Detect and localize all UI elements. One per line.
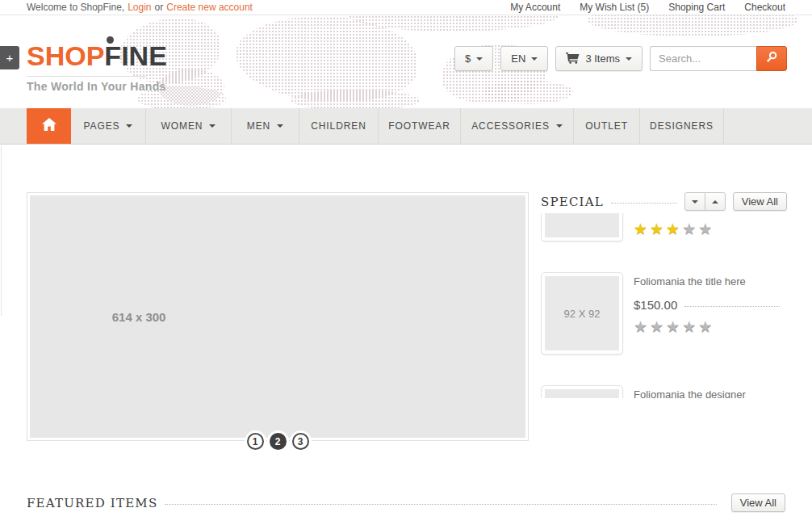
chevron-down-icon (126, 124, 132, 128)
product-title[interactable]: Foliomania the designer (634, 388, 787, 398)
nav-item-accessories[interactable]: ACCESSORIES (461, 108, 574, 144)
star-empty-icon: ★ (682, 220, 698, 237)
cart-items-label: 3 Items (585, 52, 620, 65)
top-menu-wish-list[interactable]: My Wish List (5) (580, 2, 649, 13)
nav-item-outlet[interactable]: OUTLET (574, 108, 640, 144)
logo[interactable]: SHOPFINE The World In Your Hands (27, 42, 167, 93)
top-menu: My Account My Wish List (5) Shoping Cart… (510, 2, 785, 13)
slider-page-1[interactable]: 1 (247, 433, 264, 450)
rating-stars: ★★★★★ (634, 221, 787, 237)
logo-tagline: The World In Your Hands (27, 80, 167, 93)
cart-icon (566, 52, 580, 66)
nav-item-label: PAGES (84, 120, 120, 132)
login-link[interactable]: Login (128, 2, 151, 13)
star-empty-icon: ★ (698, 220, 714, 237)
star-empty-icon: ★ (650, 318, 666, 335)
product-price: $150.00 (634, 298, 677, 312)
product-image[interactable] (541, 385, 623, 398)
product-meta: Foliomania the title here $150.00 ★★★★★ (634, 272, 787, 355)
nav-item-label: CHILDREN (311, 120, 366, 132)
special-product-item: Foliomania the designer (541, 385, 787, 398)
chevron-down-icon (277, 124, 283, 128)
nav-item-footwear[interactable]: FOOTWEAR (379, 108, 461, 144)
side-panel-toggle-button[interactable]: + (0, 46, 19, 69)
nav-item-pages[interactable]: PAGES (71, 108, 146, 144)
star-empty-icon: ★ (682, 318, 698, 335)
create-account-link[interactable]: Create new account (166, 2, 253, 13)
special-title: SPECIAL (541, 195, 604, 209)
star-empty-icon: ★ (634, 318, 650, 335)
main-navigation: PAGES WOMEN MEN CHILDREN FOOTWEAR ACCESS… (0, 108, 812, 145)
scroll-up-button[interactable] (705, 192, 726, 211)
featured-items-title: FEATURED ITEMS (27, 496, 157, 510)
product-price-row: $150.00 (634, 298, 787, 312)
top-menu-shopping-cart[interactable]: Shoping Cart (668, 2, 725, 13)
nav-item-men[interactable]: MEN (232, 108, 299, 144)
star-empty-icon: ★ (698, 318, 714, 335)
top-menu-my-account[interactable]: My Account (510, 2, 560, 13)
logo-part-shop: SHOP (27, 40, 104, 71)
left-panel-edge (1, 146, 2, 316)
currency-dropdown[interactable]: $ (454, 46, 493, 71)
search-input[interactable] (650, 46, 756, 71)
main-slider: 614 x 300 1 2 3 (27, 192, 529, 441)
product-title[interactable]: Foliomania the title here (634, 275, 787, 288)
dotted-divider (165, 504, 716, 505)
language-dropdown[interactable]: EN (500, 46, 548, 71)
special-view-all-button[interactable]: View All (733, 192, 787, 211)
dotted-divider (611, 203, 677, 204)
product-image[interactable]: 92 X 92 (541, 272, 623, 355)
top-bar: Welcome to ShopFine, Login or Create new… (0, 0, 812, 15)
nav-item-designers[interactable]: DESIGNERS (640, 108, 724, 144)
product-image-placeholder (545, 389, 619, 398)
plus-icon: + (6, 51, 14, 65)
featured-view-all-button[interactable]: View All (731, 493, 785, 512)
cart-dropdown[interactable]: 3 Items (555, 46, 642, 71)
slider-pagination: 1 2 3 (27, 433, 528, 450)
nav-item-label: WOMEN (161, 120, 203, 132)
chevron-down-icon (476, 57, 483, 61)
logo-part-fine: FINE (104, 40, 166, 71)
slider-page-2-active[interactable]: 2 (270, 433, 287, 450)
logo-text: SHOPFINE (27, 42, 167, 69)
scroll-down-button[interactable] (684, 192, 705, 211)
star-filled-icon: ★ (666, 220, 682, 237)
product-image[interactable] (541, 213, 623, 241)
star-empty-icon: ★ (666, 318, 682, 335)
special-sidebar: SPECIAL View All (541, 192, 787, 398)
nav-item-label: ACCESSORIES (471, 120, 550, 132)
special-carousel-items: ★★★★★ 92 X 92 Foliomania the title here … (541, 213, 787, 398)
slider-page-3[interactable]: 3 (292, 433, 309, 450)
special-carousel-viewport: ★★★★★ 92 X 92 Foliomania the title here … (541, 213, 787, 398)
slide-placeholder-label: 614 x 300 (112, 310, 166, 324)
welcome-text: Welcome to ShopFine, Login or Create new… (27, 2, 253, 13)
nav-item-label: FOOTWEAR (388, 120, 450, 132)
star-filled-icon: ★ (634, 220, 650, 237)
header-controls: $ EN 3 Items (454, 46, 787, 71)
slide-image-placeholder: 614 x 300 (30, 195, 525, 438)
site-header: + SHOPFINE The World In Your Hands $ EN (0, 15, 812, 108)
product-image-placeholder: 92 X 92 (545, 276, 619, 351)
product-meta: ★★★★★ (634, 213, 787, 241)
featured-items-section: FEATURED ITEMS View All (27, 493, 785, 512)
currency-label: $ (465, 52, 471, 65)
nav-item-children[interactable]: CHILDREN (299, 108, 379, 144)
nav-item-label: DESIGNERS (650, 120, 714, 132)
special-header: SPECIAL View All (541, 192, 787, 211)
nav-item-women[interactable]: WOMEN (146, 108, 232, 144)
chevron-down-icon (209, 124, 216, 128)
nav-item-home[interactable] (27, 108, 71, 144)
search-form (650, 46, 787, 71)
nav-item-label: MEN (247, 120, 270, 132)
special-product-item: ★★★★★ (541, 213, 787, 241)
product-meta: Foliomania the designer (634, 385, 787, 398)
logo-divider (27, 76, 146, 77)
search-button[interactable] (756, 46, 787, 71)
carousel-scroll-buttons (684, 192, 726, 211)
star-filled-icon: ★ (650, 220, 666, 237)
dotted-divider (684, 306, 780, 307)
chevron-down-icon (531, 57, 538, 61)
special-product-item: 92 X 92 Foliomania the title here $150.0… (541, 272, 787, 355)
rating-stars: ★★★★★ (634, 319, 787, 334)
top-menu-checkout[interactable]: Checkout (744, 2, 785, 13)
